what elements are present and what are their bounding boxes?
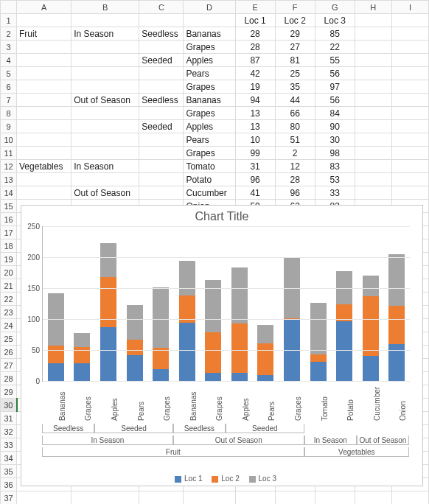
cell[interactable] [355, 54, 391, 67]
cell[interactable] [391, 54, 428, 67]
cell[interactable]: In Season [72, 27, 139, 41]
cell[interactable]: Grapes [184, 147, 235, 160]
row-header[interactable]: 27 [1, 359, 17, 372]
cell[interactable]: 96 [235, 173, 275, 186]
row-header[interactable]: 31 [1, 412, 17, 425]
row[interactable]: 14Out of SeasonCucumber419633 [1, 186, 429, 200]
column-header-row[interactable]: ABCDEFGHI [1, 1, 429, 14]
cell[interactable] [355, 491, 391, 505]
cell[interactable]: 56 [315, 94, 355, 107]
row-header[interactable]: 15 [1, 200, 17, 213]
cell[interactable] [17, 14, 72, 27]
row[interactable]: 5Pears422556 [1, 67, 429, 80]
cell[interactable] [139, 173, 184, 186]
cell[interactable]: Grapes [184, 107, 235, 120]
row[interactable]: 7Out of SeasonSeedlessBananas944456 [1, 94, 429, 107]
cell[interactable]: Out of Season [72, 186, 139, 200]
cell[interactable]: 27 [275, 41, 315, 54]
cell[interactable] [139, 67, 184, 80]
cell[interactable] [355, 160, 391, 173]
cell[interactable] [355, 186, 391, 200]
cell[interactable] [72, 133, 139, 147]
row-header[interactable]: 2 [1, 27, 17, 41]
chart-plot-area[interactable]: 050100150200250 [42, 226, 410, 382]
row[interactable]: 6Grapes193597 [1, 80, 429, 94]
cell[interactable] [72, 147, 139, 160]
cell[interactable] [72, 80, 139, 94]
row[interactable]: 3Grapes282722 [1, 41, 429, 54]
cell[interactable] [315, 491, 355, 505]
cell[interactable]: 81 [275, 54, 315, 67]
cell[interactable]: 10 [235, 133, 275, 147]
column-header[interactable]: H [355, 1, 391, 14]
cell[interactable] [17, 80, 72, 94]
cell[interactable] [391, 27, 428, 41]
cell[interactable]: 56 [315, 67, 355, 80]
cell[interactable]: Pears [184, 133, 235, 147]
cell[interactable] [139, 14, 184, 27]
row-header[interactable]: 33 [1, 438, 17, 452]
cell[interactable] [17, 54, 72, 67]
cell[interactable] [17, 173, 72, 186]
cell[interactable] [139, 147, 184, 160]
cell[interactable] [355, 27, 391, 41]
cell[interactable]: Loc 1 [235, 14, 275, 27]
cell[interactable]: 13 [235, 107, 275, 120]
cell[interactable] [139, 160, 184, 173]
cell[interactable]: Grapes [184, 80, 235, 94]
cell[interactable]: Bananas [184, 27, 235, 41]
cell[interactable] [391, 147, 428, 160]
row[interactable]: 4SeededApples878155 [1, 54, 429, 67]
cell[interactable] [17, 491, 72, 505]
cell[interactable]: 42 [235, 67, 275, 80]
cell[interactable] [72, 107, 139, 120]
cell[interactable]: 28 [235, 41, 275, 54]
cell[interactable] [355, 133, 391, 147]
cell[interactable] [391, 107, 428, 120]
cell[interactable] [355, 120, 391, 133]
row-header[interactable]: 23 [1, 306, 17, 319]
cell[interactable]: 30 [315, 133, 355, 147]
cell[interactable] [17, 147, 72, 160]
cell[interactable] [355, 14, 391, 27]
row-header[interactable]: 14 [1, 186, 17, 200]
cell[interactable] [391, 160, 428, 173]
cell[interactable] [17, 120, 72, 133]
cell[interactable] [72, 173, 139, 186]
row-header[interactable]: 3 [1, 41, 17, 54]
cell[interactable] [139, 133, 184, 147]
row[interactable]: 8Grapes136684 [1, 107, 429, 120]
column-header[interactable]: E [235, 1, 275, 14]
cell[interactable] [391, 186, 428, 200]
cell[interactable]: 98 [315, 147, 355, 160]
cell[interactable] [139, 491, 184, 505]
cell[interactable] [235, 491, 275, 505]
cell[interactable] [355, 147, 391, 160]
row[interactable]: 9SeededApples138090 [1, 120, 429, 133]
cell[interactable] [391, 120, 428, 133]
cell[interactable]: 97 [315, 80, 355, 94]
cell[interactable]: 35 [275, 80, 315, 94]
row[interactable]: 1Loc 1Loc 2Loc 3 [1, 14, 429, 27]
cell[interactable]: 44 [275, 94, 315, 107]
cell[interactable] [72, 41, 139, 54]
cell[interactable]: 22 [315, 41, 355, 54]
cell[interactable] [17, 107, 72, 120]
cell[interactable] [355, 173, 391, 186]
cell[interactable]: Apples [184, 54, 235, 67]
cell[interactable] [139, 41, 184, 54]
cell[interactable]: Fruit [17, 27, 72, 41]
cell[interactable] [391, 491, 428, 505]
cell[interactable]: 99 [235, 147, 275, 160]
row-header[interactable]: 6 [1, 80, 17, 94]
cell[interactable] [391, 94, 428, 107]
cell[interactable]: 19 [235, 80, 275, 94]
cell[interactable] [275, 491, 315, 505]
cell[interactable] [72, 491, 139, 505]
row[interactable]: 11Grapes99298 [1, 147, 429, 160]
row-header[interactable]: 13 [1, 173, 17, 186]
cell[interactable] [355, 41, 391, 54]
column-header[interactable]: C [139, 1, 184, 14]
cell[interactable]: 90 [315, 120, 355, 133]
column-header[interactable]: D [184, 1, 235, 14]
